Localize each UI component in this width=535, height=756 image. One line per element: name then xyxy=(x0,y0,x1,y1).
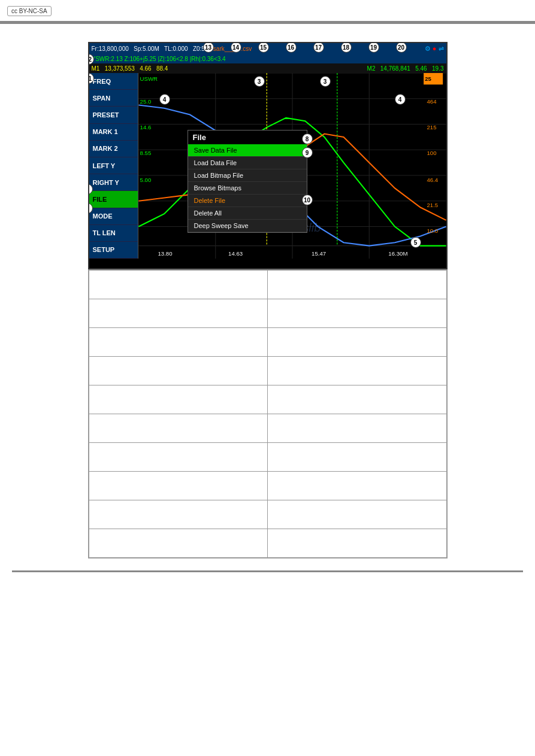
table-cell xyxy=(268,529,447,558)
table-cell xyxy=(89,357,268,385)
svg-text:215: 215 xyxy=(427,124,436,130)
svg-text:100: 100 xyxy=(427,150,436,156)
chart-area: 6 7 FREQ SPAN PRESET MARK 1 MARK 2 LEFT … xyxy=(89,73,446,259)
status-icons: ⚙ ● ⇌ xyxy=(425,45,444,53)
menu-mode[interactable]: MODE xyxy=(89,208,138,225)
marker-row: 11 M1 13,373,553 4.66 88.4 M2 14,768,841… xyxy=(89,63,446,73)
table-cell xyxy=(268,328,447,357)
table-cell xyxy=(89,328,268,357)
svg-text:8.55: 8.55 xyxy=(140,150,151,156)
svg-text:25: 25 xyxy=(425,75,431,82)
menu-mark1[interactable]: MARK 1 xyxy=(89,124,138,141)
table-row xyxy=(89,271,446,299)
table-cell xyxy=(268,385,447,414)
menu-lefty[interactable]: LEFT Y xyxy=(89,157,138,174)
popup-load-bitmap[interactable]: Load Bitmap File xyxy=(188,169,307,182)
menu-tllen[interactable]: TL LEN xyxy=(89,225,138,242)
table-row xyxy=(89,385,446,414)
svg-text:464: 464 xyxy=(427,98,437,105)
table-row xyxy=(89,357,446,385)
table-container xyxy=(88,269,448,558)
table-row xyxy=(89,500,446,529)
menu-preset[interactable]: PRESET xyxy=(89,107,138,123)
reference-table xyxy=(89,270,447,558)
table-cell xyxy=(89,472,268,500)
callout-3b: 3 xyxy=(320,76,331,87)
svg-text:15.47: 15.47 xyxy=(312,250,326,257)
device-screen: 13 14 15 16 17 18 19 20 Fr:13,800,000 Sp… xyxy=(88,42,448,269)
top-divider xyxy=(0,22,535,24)
callout-3a: 3 xyxy=(254,76,265,87)
table-cell xyxy=(89,443,268,472)
menu-span[interactable]: SPAN xyxy=(89,90,138,107)
table-cell xyxy=(89,271,268,299)
popup-menu: 8 File Save Data File 9 Load Data File L… xyxy=(188,130,307,233)
gear-icon: ⚙ xyxy=(425,45,431,53)
menu-freq[interactable]: FREQ xyxy=(89,73,138,90)
menu-file[interactable]: FILE xyxy=(89,191,138,208)
popup-delete-file[interactable]: Delete File 10 xyxy=(188,195,307,207)
table-cell xyxy=(268,500,447,529)
table-cell xyxy=(89,414,268,443)
svg-text:USWR: USWR xyxy=(140,75,157,82)
menu-setup[interactable]: SETUP xyxy=(89,242,138,259)
svg-text:13.80: 13.80 xyxy=(158,250,172,257)
popup-deep-sweep[interactable]: Deep Sweep Save xyxy=(188,220,307,232)
main-content: 13 14 15 16 17 18 19 20 Fr:13,800,000 Sp… xyxy=(0,36,535,584)
menu-mark2[interactable]: MARK 2 xyxy=(89,141,138,157)
callout-19: 19 xyxy=(368,42,379,53)
table-row xyxy=(89,529,446,558)
table-cell xyxy=(268,472,447,500)
table-row xyxy=(89,443,446,472)
callout-9: 9 xyxy=(302,147,313,158)
table-cell xyxy=(89,529,268,558)
table-row xyxy=(89,414,446,443)
svg-text:14.6: 14.6 xyxy=(140,124,151,130)
svg-text:16.30M: 16.30M xyxy=(388,250,407,257)
table-cell xyxy=(268,299,447,328)
license-badge: cc BY-NC-SA xyxy=(7,6,52,16)
usb-icon: ⇌ xyxy=(439,45,444,53)
svg-text:21.5: 21.5 xyxy=(427,202,438,208)
graph-area: USWR 25.0 14.6 8.55 5.00 1.00k 464 215 1… xyxy=(138,73,446,259)
callout-18: 18 xyxy=(341,42,352,53)
callout-4b: 4 xyxy=(395,94,406,105)
svg-text:5.00: 5.00 xyxy=(140,177,151,183)
table-cell xyxy=(268,357,447,385)
table-cell xyxy=(89,299,268,328)
callout-14: 14 xyxy=(231,42,241,53)
popup-browse-bitmaps[interactable]: Browse Bitmaps xyxy=(188,182,307,195)
table-cell xyxy=(268,414,447,443)
svg-text:25.0: 25.0 xyxy=(140,98,151,105)
table-row xyxy=(89,299,446,328)
table-cell xyxy=(89,385,268,414)
popup-save-data[interactable]: Save Data File 9 xyxy=(188,144,307,157)
popup-load-data[interactable]: Load Data File xyxy=(188,157,307,169)
callout-20: 20 xyxy=(396,42,407,53)
vswr-row: 12 YSWR:2.13 Z:106+j5.25 |Z|:106<2.8 |Rh… xyxy=(89,54,446,63)
status-bar: 13 14 15 16 17 18 19 20 Fr:13,800,000 Sp… xyxy=(89,43,446,54)
marker1-info: M1 13,373,553 4.66 88.4 xyxy=(92,65,168,72)
menu-righty[interactable]: RIGHT Y xyxy=(89,174,138,191)
popup-header: File xyxy=(188,130,307,144)
table-cell xyxy=(268,443,447,472)
table-row xyxy=(89,472,446,500)
callout-13: 13 xyxy=(203,42,214,53)
bottom-divider xyxy=(12,570,523,572)
callout-8: 8 xyxy=(302,133,313,144)
svg-text:10.0: 10.0 xyxy=(427,227,438,234)
popup-delete-all[interactable]: Delete All xyxy=(188,207,307,220)
table-cell xyxy=(89,500,268,529)
callout-15: 15 xyxy=(258,42,269,53)
callout-4a: 4 xyxy=(159,94,170,105)
table-cell xyxy=(268,271,447,299)
marker2-info: M2 14,768,841 5.46 19.3 xyxy=(367,65,444,72)
svg-text:14.63: 14.63 xyxy=(228,250,243,257)
license-bar: cc BY-NC-SA xyxy=(0,0,535,22)
callout-5: 5 xyxy=(410,237,421,248)
left-menu: 6 7 FREQ SPAN PRESET MARK 1 MARK 2 LEFT … xyxy=(89,73,138,259)
callout-17: 17 xyxy=(313,42,324,53)
screenshot-container: 13 14 15 16 17 18 19 20 Fr:13,800,000 Sp… xyxy=(88,42,448,558)
callout-10: 10 xyxy=(302,195,313,205)
table-row xyxy=(89,328,446,357)
